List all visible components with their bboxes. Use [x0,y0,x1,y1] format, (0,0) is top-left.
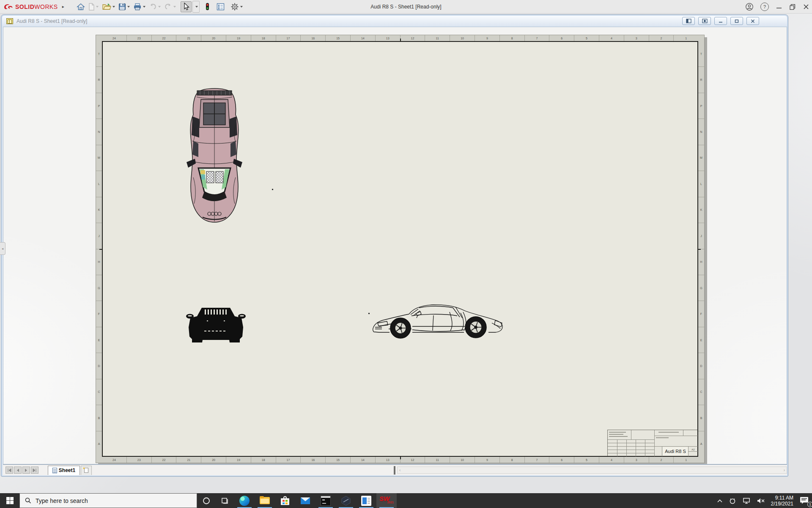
volume-muted-icon[interactable] [757,497,765,504]
horizontal-scrollbar[interactable]: ‹ › [397,467,787,474]
document-close-button[interactable] [746,17,759,25]
scroll-left-icon[interactable]: ‹ [399,468,401,472]
tab-sheet1[interactable]: Sheet1 [48,466,80,475]
zone-label: T [698,41,704,66]
property-list-icon [217,3,225,11]
toggle-right-pane-button[interactable] [698,17,711,25]
solidworks-logo-icon [3,3,14,11]
document-minimize-button[interactable] [714,17,727,25]
new-document-button[interactable] [87,1,100,12]
menu-expander-icon[interactable]: ▸ [62,4,64,9]
close-button[interactable] [803,3,809,10]
taskbar-app-microsoft-edge[interactable] [234,493,255,508]
status-bar [0,478,812,493]
brand-wordmark: SOLIDWORKS [15,3,58,10]
zone-label: 18 [251,457,276,463]
new-document-dropdown-icon[interactable] [96,6,99,8]
last-sheet-button[interactable] [31,467,38,474]
taskbar-app-blue-window-app[interactable] [356,493,376,508]
taskbar-clock[interactable]: 9:11 AM 2/19/2021 [771,495,793,507]
taskbar-app-solidworks-2021[interactable]: SW2021 [376,493,397,508]
taskbar-app-dark-hexagon-app[interactable] [336,493,356,508]
collapse-pane-tab[interactable]: ◂ [0,242,5,255]
previous-sheet-button[interactable] [14,467,22,474]
save-button[interactable] [117,1,131,12]
taskbar-search-input[interactable]: Type here to search [19,493,197,508]
help-button[interactable]: ? [760,3,769,11]
zone-label: 16 [300,457,325,463]
zone-label: 12 [400,35,425,41]
zone-label: 16 [300,35,325,41]
drawing-sheet[interactable]: 242322212019181716151413121110987654321 … [96,35,705,463]
zone-label: C [96,379,102,405]
center-tick-top [400,39,401,42]
print-dropdown-icon[interactable] [143,6,145,8]
pane-splitter-handle[interactable] [394,466,395,475]
drawing-viewport[interactable]: 242322212019181716151413121110987654321 … [3,27,787,464]
cortana-button[interactable] [197,493,216,508]
dark-hexagon-app-icon [341,496,351,506]
taskbar-system-buttons [197,493,234,508]
undo-button[interactable] [148,1,162,12]
meet-now-icon[interactable] [729,497,736,505]
search-icon [25,497,31,504]
titlebar-controls: ? [745,0,809,14]
open-folder-icon [102,3,111,11]
zone-label: F [698,301,704,326]
center-tick-left [99,249,103,250]
undo-dropdown-icon[interactable] [158,6,161,8]
microsoft-store-icon [280,496,290,506]
print-button[interactable] [132,1,147,12]
quick-access-toolbar [75,1,244,13]
taskbar-app-file-explorer[interactable] [255,493,275,508]
document-restore-button[interactable] [730,17,743,25]
open-dropdown-icon[interactable] [112,6,115,8]
zone-label: G [698,275,704,301]
zone-label: H [96,249,102,275]
taskbar-apps: SW2021 [234,493,397,508]
action-center-button[interactable]: 1 [799,496,810,505]
stray-mark [368,313,370,314]
zone-label: R [698,66,704,92]
taskbar-app-command-prompt[interactable] [315,493,336,508]
open-button[interactable] [101,1,116,12]
user-account-icon[interactable] [745,3,754,11]
redo-button[interactable] [163,1,177,12]
tray-chevron-up-icon[interactable] [717,499,723,503]
center-tick-right [697,249,701,250]
save-dropdown-icon[interactable] [127,6,130,8]
add-sheet-button[interactable]: ✶ [81,466,92,475]
zone-label: 23 [126,457,151,463]
drawing-view-top[interactable] [184,87,245,223]
stoplight-button[interactable] [204,1,211,12]
document-title-bar[interactable]: Audi R8 S - Sheet1 [Read-only] [2,16,787,27]
options-dropdown-icon[interactable] [240,6,243,8]
select-tool-dropdown[interactable] [192,1,200,13]
restore-button[interactable] [789,3,796,10]
car-side-view-drawing [370,303,507,342]
zone-label: A [96,431,102,457]
network-icon[interactable] [742,497,751,504]
scroll-right-icon[interactable]: › [784,468,785,472]
toggle-left-pane-button[interactable] [682,17,695,25]
zone-label: 10 [450,457,475,463]
taskbar-app-mail[interactable] [295,493,315,508]
redo-dropdown-icon[interactable] [173,6,176,8]
file-properties-button[interactable] [215,1,226,12]
options-button[interactable] [229,1,244,12]
minimize-button[interactable] [776,3,782,10]
zone-label: L [96,171,102,196]
start-button[interactable] [0,493,19,508]
select-tool-button[interactable] [181,1,192,12]
home-button[interactable] [75,1,86,12]
next-sheet-button[interactable] [22,467,30,474]
first-sheet-button[interactable] [5,467,13,474]
taskbar-app-microsoft-store[interactable] [275,493,295,508]
zone-label: K [96,197,102,223]
task-view-button[interactable] [216,493,234,508]
solidworks-logo[interactable]: SOLIDWORKS ▸ [3,3,64,11]
collapse-left-icon: ◂ [2,247,3,251]
stoplight-icon [205,3,210,11]
drawing-view-front[interactable] [186,304,246,345]
drawing-view-side[interactable] [370,303,507,342]
